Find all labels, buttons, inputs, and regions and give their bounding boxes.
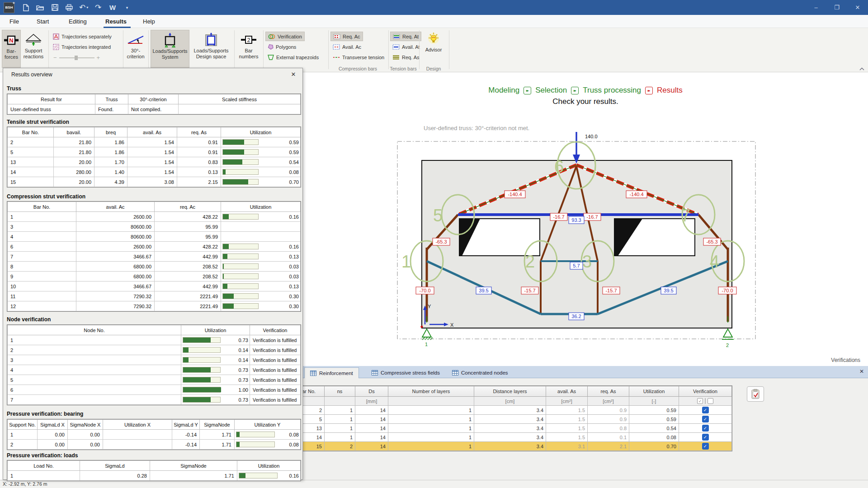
checked-checkbox[interactable]: ✓ xyxy=(702,434,709,441)
slider-plus[interactable]: + xyxy=(97,54,100,61)
table-row[interactable]: 1311413.41.50.80.54✓ xyxy=(290,424,732,433)
advisor-button[interactable]: Advisor xyxy=(421,30,446,62)
report-button[interactable] xyxy=(747,386,764,402)
panel-title-bar[interactable]: Results overview ✕ xyxy=(3,68,302,81)
ribbon-collapse-chevron[interactable] xyxy=(859,67,864,71)
column-header: ns xyxy=(325,386,355,397)
save-icon[interactable] xyxy=(51,4,59,12)
verification-cell[interactable]: ✓ xyxy=(679,406,732,415)
verification-filter-cell[interactable]: ✓ xyxy=(679,397,732,406)
cell: 0.8 xyxy=(588,424,629,433)
trajectories-integrated-button[interactable]: Trajectories integrated xyxy=(51,42,113,52)
print-icon[interactable] xyxy=(65,4,73,12)
table-row[interactable]: 1521413.43.12.10.70✓ xyxy=(290,442,732,451)
polygons-icon xyxy=(268,44,274,50)
utilization-bar: 0.73 xyxy=(182,365,249,375)
panel-close-icon[interactable]: ✕ xyxy=(290,71,297,78)
tab-reinforcement[interactable]: Reinforcement xyxy=(304,367,359,378)
avail-ac-button[interactable]: Avail. Ac xyxy=(330,42,363,52)
criterion-30-button[interactable]: 30°-criterion xyxy=(125,30,146,68)
undo-icon[interactable]: ↶▾ xyxy=(80,4,88,12)
bar-forces-button[interactable]: N Bar-forces xyxy=(2,30,21,68)
table-row[interactable]: 1411413.41.50.10.08✓ xyxy=(290,433,732,442)
trajectories-separately-button[interactable]: Trajectories separately xyxy=(51,32,114,41)
cell: User-defined truss xyxy=(8,104,95,114)
slider-track[interactable] xyxy=(59,57,94,58)
table-row: 480600.0095.99 xyxy=(8,232,301,242)
table-row: 86800.00208.520.03 xyxy=(8,262,301,272)
panel-close-icon[interactable]: ✕ xyxy=(859,368,864,375)
checked-checkbox[interactable]: ✓ xyxy=(702,425,709,432)
slider-minus[interactable]: − xyxy=(53,54,57,61)
utilization-bar: 0.08 xyxy=(222,167,299,177)
checked-checkbox[interactable]: ✓ xyxy=(702,416,709,422)
transverse-tension-button[interactable]: Transverse tension xyxy=(330,52,387,62)
avail-at-button[interactable]: Avail. At xyxy=(390,42,422,52)
menu-help[interactable]: Help xyxy=(143,15,155,28)
section-heading-loads: Pressure verification: loads xyxy=(7,452,78,459)
column-header: SigmaLd Y xyxy=(172,420,200,430)
breadcrumb-truss-processing[interactable]: Truss processing xyxy=(583,86,641,95)
breadcrumb-results[interactable]: Results xyxy=(657,86,683,95)
verification-cell[interactable]: ✓ xyxy=(679,442,732,451)
truss-diagram[interactable]: 140.0 xyxy=(393,131,760,348)
menu-results[interactable]: Results xyxy=(105,15,127,28)
tab-compressive-stress-fields[interactable]: Compressive stress fields xyxy=(366,367,445,378)
verification-cell[interactable]: ✓ xyxy=(679,424,732,433)
cell: 3.1 xyxy=(546,442,588,451)
results-overview-panel[interactable]: Results overview ✕ Truss Result forTruss… xyxy=(3,68,303,480)
new-document-icon[interactable] xyxy=(22,4,30,12)
w-tool-icon[interactable]: W xyxy=(108,4,117,12)
cell: 428.22 xyxy=(155,242,221,252)
redo-icon[interactable]: ↷ xyxy=(94,4,102,12)
breadcrumb-modeling[interactable]: Modeling xyxy=(488,86,519,95)
req-at-button[interactable]: Req. At xyxy=(390,32,421,41)
loads-supports-system-button[interactable]: Loads/SupportsSystem xyxy=(151,30,189,68)
cell: 0.30 xyxy=(221,291,301,301)
verification-cell[interactable]: ✓ xyxy=(679,433,732,442)
page-subtitle: Check your results. xyxy=(303,97,868,106)
slider-thumb[interactable] xyxy=(75,56,78,60)
support-2-icon xyxy=(723,329,732,337)
cell: 1 xyxy=(388,433,474,442)
restore-button[interactable]: ❐ xyxy=(826,0,847,15)
bar-numbers-button[interactable]: 2 Barnumbers xyxy=(236,30,261,68)
cell: 1.54 xyxy=(127,147,177,157)
verification-toggle-button[interactable]: Verification xyxy=(265,32,305,41)
breadcrumb-selection[interactable]: Selection xyxy=(535,86,567,95)
open-folder-icon[interactable] xyxy=(36,4,44,12)
cell: 0.70 xyxy=(629,442,679,451)
utilization-bar: 0.73 xyxy=(182,395,249,404)
ribbon-divider xyxy=(123,30,123,69)
req-as-button[interactable]: Req. As xyxy=(390,52,422,62)
table-row[interactable]: 211413.41.50.90.59✓ xyxy=(290,406,732,415)
column-header: Bar No. xyxy=(8,202,76,212)
table-row: 20.14Verification is fulfilled xyxy=(8,345,301,355)
trajectory-density-slider[interactable]: − + xyxy=(53,54,100,61)
checked-checkbox[interactable]: ✓ xyxy=(702,407,709,413)
ribbon-divider xyxy=(449,30,449,69)
toolbar-more-icon[interactable]: ▾ xyxy=(123,4,131,12)
cell: 3.4 xyxy=(474,424,546,433)
table-row: 10.73Verification is fulfilled xyxy=(8,335,301,345)
cell: 0.16 xyxy=(221,242,301,252)
polygons-button[interactable]: Polygons xyxy=(265,42,298,52)
utilization-bar: 0.59 xyxy=(222,137,299,147)
tab-concentrated-nodes[interactable]: Concentrated nodes xyxy=(447,367,514,378)
checked-checkbox[interactable]: ✓ xyxy=(702,443,709,450)
menu-file[interactable]: File xyxy=(9,15,19,28)
transverse-tension-icon xyxy=(333,56,340,59)
support-reactions-button[interactable]: Supportreactions xyxy=(21,30,46,68)
menu-start[interactable]: Start xyxy=(37,15,49,28)
loads-supports-design-space-button[interactable]: Loads/SupportsDesign space xyxy=(190,30,232,68)
app-icon[interactable]: BSH+ xyxy=(4,2,14,13)
external-trapezoids-button[interactable]: External trapezoids xyxy=(265,52,321,62)
utilization-bar: 0.70 xyxy=(222,177,299,187)
req-ac-button[interactable]: Req. Ac xyxy=(330,32,363,41)
close-button[interactable]: ✕ xyxy=(847,0,868,15)
menu-editing[interactable]: Editing xyxy=(69,15,87,28)
verification-cell[interactable]: ✓ xyxy=(679,415,732,424)
table-row[interactable]: 511413.41.50.90.59✓ xyxy=(290,415,732,424)
minimize-button[interactable]: – xyxy=(806,0,826,15)
node-number-1: 1 xyxy=(401,252,411,271)
